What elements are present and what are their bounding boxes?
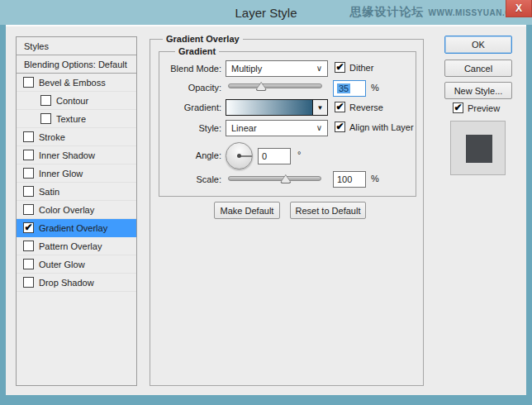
preview-thumbnail-square — [466, 135, 492, 163]
ok-button[interactable]: OK — [444, 36, 512, 54]
scale-slider-thumb[interactable] — [280, 174, 291, 183]
align-with-layer-checkbox[interactable]: ✔ — [335, 122, 345, 132]
reverse-checkbox-group[interactable]: ✔ Reverse — [335, 102, 383, 112]
style-value: Linear — [231, 123, 257, 133]
blend-mode-label: Blend Mode: — [150, 64, 221, 74]
align-with-layer-label: Align with Layer — [349, 122, 414, 132]
dither-checkbox[interactable]: ✔ — [335, 62, 345, 73]
preview-checkbox-group[interactable]: ✔ Preview — [453, 102, 500, 113]
gradient-picker[interactable]: ▼ — [226, 99, 328, 116]
sidebar-item-outer-glow[interactable]: Outer Glow — [17, 255, 136, 274]
angle-dial[interactable] — [226, 142, 253, 169]
reset-to-default-button[interactable]: Reset to Default — [290, 202, 366, 219]
opacity-value: 35 — [337, 83, 350, 93]
style-effect-checkbox[interactable] — [23, 77, 34, 88]
gradient-label: Gradient: — [150, 102, 221, 112]
sidebar-item-label: Blending Options: Default — [24, 60, 127, 69]
chevron-down-icon: ∨ — [316, 64, 322, 73]
style-effect-checkbox[interactable] — [23, 150, 34, 160]
scale-value: 100 — [337, 174, 352, 184]
sidebar-item-drop-shadow[interactable]: Drop Shadow — [17, 274, 136, 292]
align-with-layer-checkbox-group[interactable]: ✔ Align with Layer — [335, 122, 414, 132]
sidebar-item-inner-glow[interactable]: Inner Glow — [17, 164, 136, 183]
sidebar-item-blending-options-default[interactable]: Blending Options: Default — [17, 55, 136, 74]
sidebar-item-label: Stroke — [39, 132, 65, 142]
make-default-button[interactable]: Make Default — [214, 202, 280, 219]
scale-unit: % — [371, 174, 379, 183]
opacity-label: Opacity: — [150, 83, 221, 93]
angle-label: Angle: — [150, 150, 221, 160]
sidebar-item-label: Outer Glow — [39, 260, 85, 269]
sidebar-item-label: Satin — [39, 187, 59, 197]
scale-label: Scale: — [150, 174, 221, 184]
gradient-swatch[interactable] — [226, 100, 312, 115]
sidebar-item-label: Bevel & Emboss — [39, 78, 106, 88]
style-effect-checkbox[interactable] — [40, 95, 51, 106]
sidebar-item-label: Color Overlay — [39, 205, 94, 215]
layer-style-dialog: Layer Style 思缘设计论坛 WWW.MISSYUAN.COM X St… — [0, 0, 532, 405]
gradient-overlay-group-title: Gradient Overlay — [163, 34, 243, 44]
scale-input[interactable]: 100 — [333, 171, 366, 188]
reverse-label: Reverse — [349, 102, 383, 112]
blend-mode-dropdown[interactable]: Multiply ∨ — [226, 60, 328, 77]
blend-mode-value: Multiply — [231, 64, 262, 74]
angle-unit: ° — [297, 150, 301, 160]
titlebar[interactable]: Layer Style 思缘设计论坛 WWW.MISSYUAN.COM — [0, 0, 532, 25]
styles-list: StylesBlending Options: DefaultBevel & E… — [16, 36, 137, 386]
angle-dial-center-dot — [237, 154, 241, 158]
sidebar-item-stroke[interactable]: Stroke — [17, 128, 136, 146]
style-effect-checkbox[interactable] — [23, 204, 34, 215]
sidebar-item-styles[interactable]: Styles — [17, 37, 136, 55]
sidebar-item-inner-shadow[interactable]: Inner Shadow — [17, 146, 136, 164]
preview-thumbnail — [450, 121, 506, 175]
angle-input[interactable]: 0 — [258, 148, 291, 164]
watermark: 思缘设计论坛 WWW.MISSYUAN.COM — [350, 5, 525, 20]
sidebar-item-label: Drop Shadow — [39, 278, 94, 288]
style-dropdown[interactable]: Linear ∨ — [226, 120, 328, 136]
sidebar-item-texture[interactable]: Texture — [17, 110, 136, 128]
gradient-arrow-button[interactable]: ▼ — [312, 100, 327, 115]
angle-value: 0 — [262, 151, 267, 161]
reverse-checkbox[interactable]: ✔ — [335, 102, 345, 112]
style-effect-checkbox[interactable] — [23, 259, 34, 269]
cancel-button[interactable]: Cancel — [444, 60, 512, 77]
sidebar-item-label: Inner Glow — [39, 169, 83, 179]
chevron-down-icon: ∨ — [316, 123, 322, 132]
sidebar-item-satin[interactable]: Satin — [17, 183, 136, 201]
style-effect-checkbox[interactable] — [23, 186, 34, 197]
style-effect-checkbox[interactable]: ✔ — [23, 222, 34, 233]
sidebar-item-bevel-emboss[interactable]: Bevel & Emboss — [17, 74, 136, 92]
preview-checkbox[interactable]: ✔ — [453, 102, 463, 113]
style-effect-checkbox[interactable] — [23, 168, 34, 179]
style-effect-checkbox[interactable] — [40, 113, 51, 124]
sidebar-item-pattern-overlay[interactable]: Pattern Overlay — [17, 237, 136, 255]
sidebar-item-gradient-overlay[interactable]: ✔Gradient Overlay — [17, 219, 136, 237]
dither-label: Dither — [349, 63, 373, 73]
close-icon: X — [515, 2, 522, 14]
scale-slider[interactable] — [228, 176, 321, 181]
sidebar-item-label: Inner Shadow — [39, 150, 95, 160]
sidebar-item-label: Gradient Overlay — [39, 223, 107, 233]
watermark-cn-text: 思缘设计论坛 — [350, 5, 425, 20]
sidebar-item-label: Styles — [24, 41, 49, 51]
style-effect-checkbox[interactable] — [23, 131, 34, 142]
gradient-group-title: Gradient — [175, 46, 219, 56]
sidebar-item-label: Texture — [56, 114, 86, 124]
dither-checkbox-group[interactable]: ✔ Dither — [335, 62, 373, 73]
style-effect-checkbox[interactable] — [23, 241, 34, 251]
opacity-slider[interactable] — [228, 83, 322, 88]
style-effect-checkbox[interactable] — [23, 277, 34, 288]
dropdown-arrow-icon: ▼ — [317, 104, 324, 112]
opacity-input[interactable]: 35 — [333, 80, 366, 97]
sidebar-item-color-overlay[interactable]: Color Overlay — [17, 201, 136, 219]
style-label: Style: — [150, 123, 221, 133]
sidebar-item-label: Contour — [56, 96, 88, 106]
new-style-button[interactable]: New Style... — [444, 82, 512, 99]
opacity-slider-thumb[interactable] — [256, 82, 267, 91]
sidebar-item-contour[interactable]: Contour — [17, 92, 136, 110]
preview-label: Preview — [468, 103, 500, 113]
opacity-unit: % — [371, 83, 379, 93]
sidebar-item-label: Pattern Overlay — [39, 241, 102, 251]
close-button[interactable]: X — [506, 0, 532, 17]
